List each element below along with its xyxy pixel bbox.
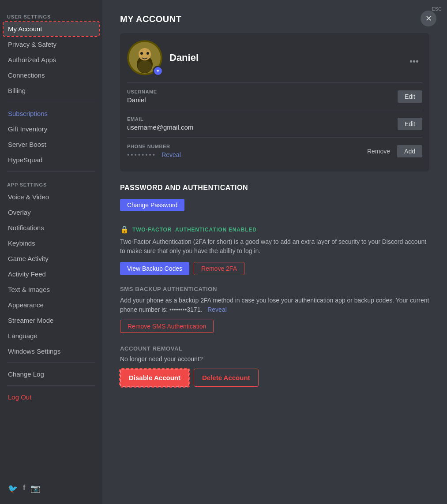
sidebar-item-logout[interactable]: Log Out <box>4 390 99 404</box>
sidebar-item-overlay[interactable]: Overlay <box>4 205 99 220</box>
username-value: Daniel <box>127 96 157 104</box>
sms-reveal-link[interactable]: Reveal <box>207 306 227 313</box>
sidebar-item-subscriptions[interactable]: Subscriptions <box>4 106 99 121</box>
svg-point-5 <box>146 52 149 55</box>
username-edit-button[interactable]: Edit <box>398 90 422 103</box>
email-value: username@gmail.com <box>127 123 193 131</box>
account-removal-section: ACCOUNT REMOVAL No longer need your acco… <box>120 345 429 387</box>
sidebar-item-my-account[interactable]: My Account <box>4 22 99 36</box>
sidebar-item-server-boost[interactable]: Server Boost <box>4 137 99 152</box>
profile-card: ✦ Daniel ••• USERNAME Daniel Edit EMAIL … <box>120 33 429 172</box>
username-label: USERNAME <box>127 89 157 94</box>
nitro-icon: ✦ <box>154 67 162 75</box>
lock-icon: 🔒 <box>120 225 129 234</box>
sidebar-item-notifications[interactable]: Notifications <box>4 220 99 235</box>
phone-reveal-link[interactable]: Reveal <box>162 151 181 158</box>
twitter-icon[interactable]: 🐦 <box>8 484 18 493</box>
sidebar-item-appearance[interactable]: Appearance <box>4 298 99 312</box>
profile-header: ✦ Daniel ••• <box>127 40 422 83</box>
svg-point-4 <box>140 52 143 55</box>
account-removal-buttons: Disable Account Delete Account <box>120 369 429 387</box>
sms-title: SMS BACKUP AUTHENTICATION <box>120 286 429 292</box>
sidebar-item-billing[interactable]: Billing <box>4 83 99 98</box>
divider-2 <box>7 171 95 172</box>
account-removal-title: ACCOUNT REMOVAL <box>120 345 429 352</box>
avatar-container: ✦ <box>127 40 162 75</box>
phone-add-button[interactable]: Add <box>397 145 422 157</box>
sidebar-item-game-activity[interactable]: Game Activity <box>4 251 99 266</box>
instagram-icon[interactable]: 📷 <box>30 484 40 493</box>
sidebar-item-authorized-apps[interactable]: Authorized Apps <box>4 52 99 67</box>
sidebar-item-hypesquad[interactable]: HypeSquad <box>4 153 99 167</box>
sidebar-item-gift-inventory[interactable]: Gift Inventory <box>4 122 99 136</box>
phone-remove-button[interactable]: Remove <box>364 145 394 157</box>
divider-4 <box>7 385 95 386</box>
sidebar: USER SETTINGS My Account Privacy & Safet… <box>0 0 102 504</box>
twofa-buttons: View Backup Codes Remove 2FA <box>120 262 429 275</box>
user-settings-section-label: USER SETTINGS <box>4 11 99 21</box>
change-password-button[interactable]: Change Password <box>120 199 184 211</box>
delete-account-button[interactable]: Delete Account <box>194 369 259 387</box>
facebook-icon[interactable]: f <box>23 484 25 493</box>
email-field: EMAIL username@gmail.com Edit <box>127 110 422 138</box>
divider-1 <box>7 102 95 102</box>
phone-label: PHONE NUMBER <box>127 144 181 149</box>
app-settings-section-label: APP SETTINGS <box>4 179 99 189</box>
sidebar-item-activity-feed[interactable]: Activity Feed <box>4 267 99 281</box>
email-edit-button[interactable]: Edit <box>398 118 422 130</box>
email-label: EMAIL <box>127 116 193 122</box>
sidebar-item-windows-settings[interactable]: Windows Settings <box>4 344 99 358</box>
divider-3 <box>7 362 95 363</box>
sidebar-item-change-log[interactable]: Change Log <box>4 367 99 381</box>
sidebar-item-text-images[interactable]: Text & Images <box>4 282 99 297</box>
sidebar-item-voice-video[interactable]: Voice & Video <box>4 190 99 204</box>
twofa-status: 🔒 TWO-FACTOR AUTHENTICATION ENABLED <box>120 225 429 234</box>
close-button[interactable]: ✕ <box>421 11 436 26</box>
phone-field: PHONE NUMBER •••••••• Reveal Remove Add <box>127 138 422 164</box>
nitro-badge: ✦ <box>153 66 163 76</box>
remove-sms-button[interactable]: Remove SMS Authentication <box>120 320 214 333</box>
close-area: ✕ ESC <box>432 5 442 11</box>
twofa-description: Two-Factor Authentication (2FA for short… <box>120 237 429 256</box>
close-label: ESC <box>432 6 442 11</box>
main-content: ✕ ESC MY ACCOUNT <box>102 0 447 504</box>
sidebar-item-language[interactable]: Language <box>4 329 99 343</box>
username-field: USERNAME Daniel Edit <box>127 83 422 110</box>
profile-menu-button[interactable]: ••• <box>406 55 422 68</box>
sms-description: Add your phone as a backup 2FA method in… <box>120 296 429 314</box>
profile-name: Daniel <box>169 52 199 63</box>
sidebar-item-connections[interactable]: Connections <box>4 68 99 82</box>
view-backup-codes-button[interactable]: View Backup Codes <box>120 262 189 275</box>
page-title: MY ACCOUNT <box>120 14 429 24</box>
svg-point-6 <box>138 60 152 73</box>
twofa-label: TWO-FACTOR AUTHENTICATION ENABLED <box>132 227 257 233</box>
sms-section: SMS BACKUP AUTHENTICATION Add your phone… <box>120 286 429 333</box>
password-section-title: PASSWORD AND AUTHENTICATION <box>120 184 429 192</box>
sidebar-item-privacy-safety[interactable]: Privacy & Safety <box>4 37 99 52</box>
sidebar-item-keybinds[interactable]: Keybinds <box>4 236 99 250</box>
social-links: 🐦 f 📷 <box>4 480 99 497</box>
remove-2fa-button[interactable]: Remove 2FA <box>194 262 244 275</box>
sidebar-item-streamer-mode[interactable]: Streamer Mode <box>4 313 99 328</box>
disable-account-button[interactable]: Disable Account <box>120 369 189 387</box>
account-removal-description: No longer need your account? <box>120 355 429 362</box>
phone-masked: •••••••• <box>127 151 156 158</box>
